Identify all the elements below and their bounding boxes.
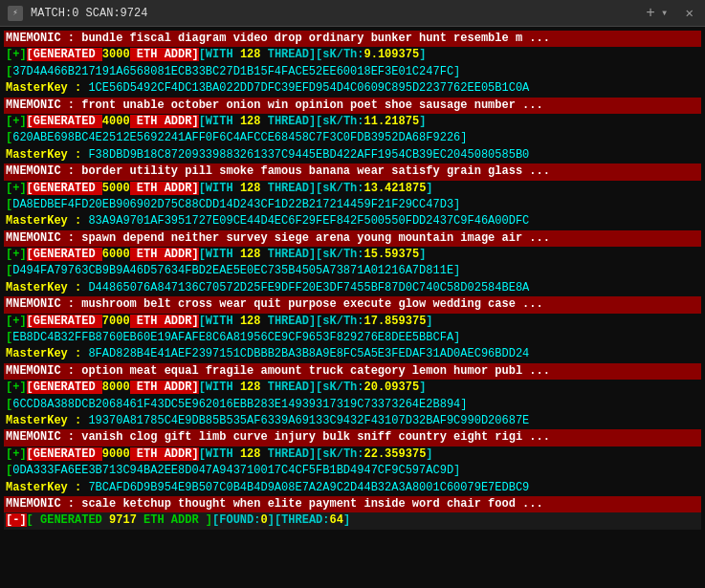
masterkey-line: MasterKey : 19370A81785C4E9DB85B535AF633…: [4, 413, 701, 429]
address-line: [6CCD8A388DCB2068461F43DC5E962016EBB283E…: [4, 397, 701, 413]
generated-line: [+][GENERATED 3000 ETH ADDR][WITH 128 TH…: [4, 47, 701, 63]
masterkey-line: MasterKey : 7BCAFD6D9B954E9B507C0B4B4D9A…: [4, 480, 701, 496]
status-line: [-][ GENERATED 9717 ETH ADDR ][FOUND:0][…: [4, 512, 701, 529]
close-button[interactable]: ✕: [682, 5, 697, 21]
mnemonic-line: MNEMONIC : bundle fiscal diagram video d…: [4, 31, 701, 47]
mnemonic-line: MNEMONIC : mushroom belt cross wear quit…: [4, 296, 701, 313]
address-line: [37D4A466B217191A6568081ECB33BC27D1B15F4…: [4, 64, 701, 80]
app-icon: ⚡: [8, 6, 23, 21]
generated-line: [+][GENERATED 4000 ETH ADDR][WITH 128 TH…: [4, 114, 701, 130]
terminal-content: MNEMONIC : bundle fiscal diagram video d…: [0, 27, 705, 588]
tab-dropdown-button[interactable]: ▾: [661, 6, 668, 20]
generated-line: [+][GENERATED 7000 ETH ADDR][WITH 128 TH…: [4, 314, 701, 330]
masterkey-line: MasterKey : 1CE56D5492CF4DC13BA022DD7DFC…: [4, 80, 701, 97]
masterkey-line: MasterKey : F38DBD9B18C87209339883261337…: [4, 147, 701, 163]
generated-line: [+][GENERATED 5000 ETH ADDR][WITH 128 TH…: [4, 181, 701, 197]
address-line: [EB8DC4B32FFB8760EB60E19AFAFE8C6A81956CE…: [4, 330, 701, 346]
mnemonic-line: MNEMONIC : scale ketchup thought when el…: [4, 496, 701, 512]
title-bar: ⚡ MATCH:0 SCAN:9724 + ▾ ✕: [0, 0, 705, 27]
mnemonic-line: MNEMONIC : vanish clog gift limb curve i…: [4, 429, 701, 446]
generated-line: [+][GENERATED 6000 ETH ADDR][WITH 128 TH…: [4, 247, 701, 263]
masterkey-line: MasterKey : 83A9A9701AF3951727E09CE44D4E…: [4, 213, 701, 229]
add-tab-button[interactable]: +: [640, 5, 661, 22]
mnemonic-line: MNEMONIC : front unable october onion wi…: [4, 98, 701, 114]
address-line: [620ABE698BC4E2512E5692241AFF0F6C4AFCCE6…: [4, 130, 701, 146]
mnemonic-line: MNEMONIC : spawn depend neither survey s…: [4, 230, 701, 247]
masterkey-line: MasterKey : D44865076A847136C70572D25FE9…: [4, 280, 701, 296]
address-line: [DA8EDBEF4FD20EB906902D75C88CDD14D243CF1…: [4, 197, 701, 213]
mnemonic-line: MNEMONIC : option meat equal fragile amo…: [4, 363, 701, 380]
generated-line: [+][GENERATED 8000 ETH ADDR][WITH 128 TH…: [4, 380, 701, 396]
masterkey-line: MasterKey : 8FAD828B4E41AEF2397151CDBBB2…: [4, 346, 701, 362]
window-title: MATCH:0 SCAN:9724: [31, 7, 640, 20]
address-line: [0DA333FA6EE3B713C94BA2EE8D047A943710017…: [4, 463, 701, 479]
generated-line: [+][GENERATED 9000 ETH ADDR][WITH 128 TH…: [4, 446, 701, 463]
mnemonic-line: MNEMONIC : border utility pill smoke fam…: [4, 163, 701, 180]
address-line: [D494FA79763CB9B9A46D57634FBD2EAE5E0EC73…: [4, 263, 701, 279]
